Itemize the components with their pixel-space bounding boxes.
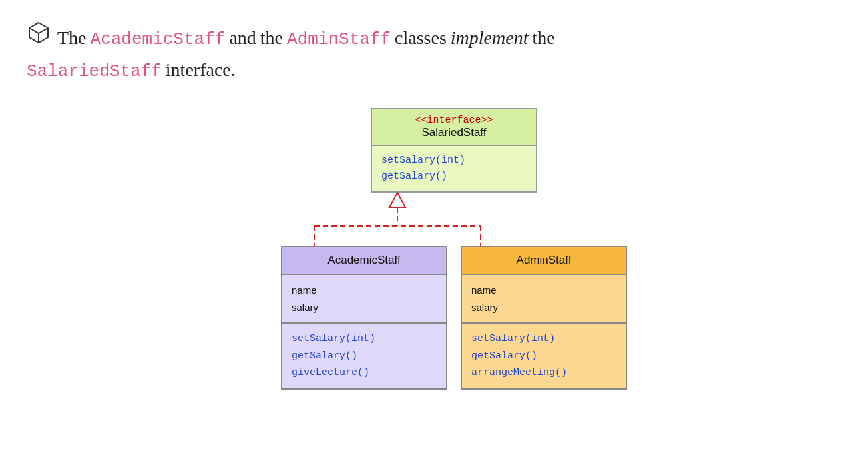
academic-methods: setSalary(int) getSalary() giveLecture() — [282, 324, 446, 388]
word-interface: interface. — [166, 59, 236, 81]
academic-method-3: giveLecture() — [292, 364, 437, 382]
stereotype-label: <<interface>> — [379, 115, 529, 126]
word-and: and — [229, 24, 256, 52]
word-classes: classes — [395, 24, 447, 52]
uml-diagram: <<interface>> SalariedStaff setSalary(in… — [27, 108, 841, 390]
admin-fields: name salary — [462, 275, 626, 324]
uml-connector — [314, 193, 594, 246]
admin-header: AdminStaff — [462, 247, 626, 275]
word-the2: the — [260, 24, 283, 52]
header-line: The AcademicStaff and the AdminStaff cla… — [27, 20, 841, 53]
academic-field-1: name — [292, 282, 437, 299]
admin-field-1: name — [471, 282, 616, 299]
word-the1: The — [57, 24, 87, 52]
header-second-line: SalariedStaff interface. — [27, 59, 841, 81]
page: The AcademicStaff and the AdminStaff cla… — [0, 0, 868, 461]
academic-fields: name salary — [282, 275, 446, 324]
admin-method-3: arrangeMeeting() — [471, 364, 616, 382]
admin-field-2: salary — [471, 299, 616, 316]
interface-methods: setSalary(int) getSalary() — [372, 146, 536, 191]
word-the3: the — [532, 24, 554, 52]
interface-box: <<interface>> SalariedStaff setSalary(in… — [371, 108, 537, 193]
svg-marker-3 — [389, 193, 405, 207]
class2-label: AdminStaff — [287, 27, 391, 53]
class1-label: AcademicStaff — [91, 27, 226, 53]
interface-method-1: setSalary(int) — [381, 153, 527, 169]
interface-method-2: getSalary() — [381, 169, 527, 185]
word-implement: implement — [451, 24, 529, 52]
admin-method-2: getSalary() — [471, 348, 616, 365]
classes-row: AcademicStaff name salary setSalary(int)… — [281, 246, 627, 390]
admin-methods: setSalary(int) getSalary() arrangeMeetin… — [462, 324, 626, 388]
interface-name-inline: SalariedStaff — [27, 61, 162, 81]
academic-field-2: salary — [292, 299, 437, 316]
cube-icon — [27, 20, 51, 44]
admin-staff-box: AdminStaff name salary setSalary(int) ge… — [461, 246, 627, 390]
academic-method-1: setSalary(int) — [292, 330, 437, 348]
academic-staff-box: AcademicStaff name salary setSalary(int)… — [281, 246, 447, 390]
interface-name-box: SalariedStaff — [379, 126, 529, 139]
admin-method-1: setSalary(int) — [471, 330, 616, 348]
academic-header: AcademicStaff — [282, 247, 446, 275]
interface-header: <<interface>> SalariedStaff — [372, 109, 536, 146]
academic-method-2: getSalary() — [292, 348, 437, 365]
